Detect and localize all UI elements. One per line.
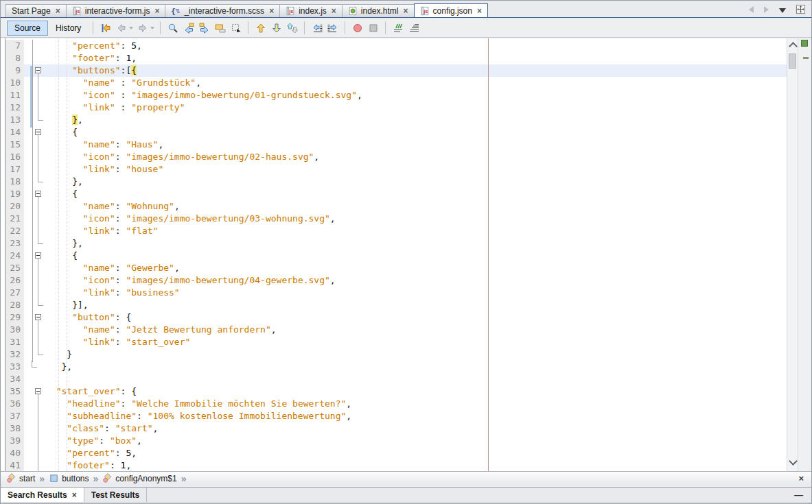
fold-margin[interactable] — [24, 188, 43, 200]
fold-toggle-icon[interactable] — [35, 191, 41, 197]
find-previous-occurrence-icon[interactable] — [181, 21, 196, 35]
toggle-rectangular-selection-icon[interactable] — [228, 21, 244, 35]
back-dropdown-icon[interactable] — [129, 27, 133, 29]
scroll-tabs-right-icon[interactable] — [764, 6, 769, 13]
code-line-34[interactable]: 34 — [5, 373, 787, 385]
fold-toggle-icon[interactable] — [35, 314, 41, 320]
document-tab-start-page[interactable]: Start Page× — [5, 4, 67, 17]
code-line-30[interactable]: 30 "name": "Jetzt Bewertung anfordern", — [5, 324, 787, 336]
code-line-29[interactable]: 29 "button": { — [5, 311, 787, 324]
code-line-38[interactable]: 38 "class": "start", — [5, 422, 787, 435]
code-line-21[interactable]: 21 "icon": "images/immo-bewertung/03-woh… — [5, 213, 787, 225]
shift-line-right-icon[interactable] — [325, 21, 340, 35]
fold-toggle-icon[interactable] — [35, 388, 41, 394]
document-tab--interactive-form-scss[interactable]: {_interactive-form.scss× — [165, 4, 280, 17]
history-view-button[interactable]: History — [48, 21, 89, 36]
code-area[interactable]: 7 "percent": 5,8 "footer": 1,9 "buttons"… — [5, 40, 787, 471]
code-line-32[interactable]: 32 } — [5, 348, 787, 361]
code-line-41[interactable]: 41 "footer": 1, — [5, 459, 787, 471]
fold-toggle-icon[interactable] — [35, 129, 41, 135]
code-line-36[interactable]: 36 "headline": "Welche Immobilie möchten… — [5, 398, 787, 410]
minimize-panel-icon[interactable]: — — [794, 490, 803, 500]
scroll-tabs-left-icon[interactable] — [749, 6, 754, 13]
breadcrumb-item-buttons[interactable]: buttons — [48, 473, 89, 483]
document-tab-config-json[interactable]: jsconfig.json× — [414, 3, 488, 17]
fold-margin[interactable] — [24, 250, 43, 262]
toggle-bookmark-icon[interactable] — [284, 21, 300, 35]
code-line-9[interactable]: 9 "buttons":[{ — [5, 64, 787, 77]
fold-toggle-icon[interactable] — [35, 67, 41, 73]
vertical-scrollbar[interactable] — [787, 38, 798, 471]
code-line-14[interactable]: 14 { — [5, 126, 787, 139]
code-line-11[interactable]: 11 "icon" : "images/immo-bewertung/01-gr… — [5, 89, 787, 101]
last-edit-location-icon[interactable] — [97, 21, 113, 35]
breadcrumb-item-start[interactable]: start — [5, 473, 36, 483]
output-tab-search-results[interactable]: Search Results× — [1, 488, 84, 502]
code-line-16[interactable]: 16 "icon": "images/immo-bewertung/02-hau… — [5, 151, 787, 163]
code-line-39[interactable]: 39 "type": "box", — [5, 435, 787, 447]
code-line-22[interactable]: 22 "link": "flat" — [5, 225, 787, 237]
fold-toggle-icon[interactable] — [35, 252, 41, 259]
code-line-10[interactable]: 10 "name" : "Grundstück", — [5, 77, 787, 89]
toolbar-separator — [248, 21, 248, 34]
toggle-highlight-search-icon[interactable] — [212, 21, 228, 35]
close-tab-icon[interactable]: × — [72, 490, 77, 500]
breadcrumb-item-configanonym-1[interactable]: configAnonym$1 — [102, 473, 177, 483]
fold-margin[interactable] — [24, 311, 43, 324]
document-tab-interactive-form-js[interactable]: jsinteractive-form.js× — [66, 4, 166, 17]
code-line-19[interactable]: 19 { — [5, 188, 787, 200]
fold-margin[interactable] — [24, 385, 43, 398]
forward-icon[interactable] — [135, 21, 150, 35]
uncomment-icon[interactable] — [406, 21, 421, 35]
code-line-31[interactable]: 31 "link": "start_over" — [5, 336, 787, 348]
stop-macro-recording-icon[interactable] — [365, 21, 381, 35]
document-tab-index-js[interactable]: jsindex.js× — [279, 4, 343, 17]
document-tab-index-html[interactable]: index.html× — [342, 4, 415, 17]
scrollbar-up-icon[interactable] — [789, 42, 798, 51]
code-line-40[interactable]: 40 "percent": 5, — [5, 447, 787, 459]
fold-margin[interactable] — [24, 64, 43, 77]
code-line-23[interactable]: 23 }, — [5, 237, 787, 250]
code-line-37[interactable]: 37 "subheadline": "100% kostenlose Immob… — [5, 410, 787, 422]
code-line-26[interactable]: 26 "icon": "images/immo-bewertung/04-gew… — [5, 274, 787, 287]
close-tab-icon[interactable]: × — [154, 7, 159, 15]
breadcrumb-close-icon[interactable]: × — [798, 473, 804, 483]
close-tab-icon[interactable]: × — [269, 7, 274, 15]
scrollbar-thumb[interactable] — [789, 53, 796, 69]
forward-dropdown-icon[interactable] — [150, 27, 154, 29]
code-line-20[interactable]: 20 "name": "Wohnung", — [5, 200, 787, 213]
output-tab-test-results[interactable]: Test Results — [84, 488, 147, 502]
code-line-17[interactable]: 17 "link": "house" — [5, 163, 787, 176]
code-line-15[interactable]: 15 "name": "Haus", — [5, 139, 787, 151]
shift-line-left-icon[interactable] — [309, 21, 325, 35]
code-line-7[interactable]: 7 "percent": 5, — [5, 40, 787, 52]
tab-list-dropdown-icon[interactable] — [779, 8, 786, 13]
find-selection-icon[interactable] — [165, 21, 181, 35]
close-tab-icon[interactable]: × — [332, 7, 336, 15]
source-view-button[interactable]: Source — [7, 21, 48, 36]
find-next-occurrence-icon[interactable] — [196, 21, 212, 35]
code-line-33[interactable]: 33 }, — [5, 361, 787, 373]
code-line-13[interactable]: 13 }, — [5, 114, 787, 126]
code-line-27[interactable]: 27 "link": "business" — [5, 287, 787, 299]
close-tab-icon[interactable]: × — [56, 7, 60, 15]
code-line-8[interactable]: 8 "footer": 1, — [5, 52, 787, 64]
error-stripe[interactable] — [798, 38, 811, 471]
code-line-28[interactable]: 28 }], — [5, 299, 787, 311]
code-line-25[interactable]: 25 "name": "Gewerbe", — [5, 262, 787, 274]
code-line-18[interactable]: 18 }, — [5, 176, 787, 188]
start-macro-recording-icon[interactable] — [349, 21, 365, 35]
code-line-24[interactable]: 24 { — [5, 250, 787, 262]
close-tab-icon[interactable]: × — [477, 7, 482, 15]
scrollbar-down-icon[interactable] — [789, 457, 798, 466]
code-line-35[interactable]: 35 "start_over": { — [5, 385, 787, 398]
comment-icon[interactable] — [390, 21, 406, 35]
back-icon[interactable] — [113, 21, 129, 35]
next-bookmark-icon[interactable] — [268, 21, 284, 35]
previous-bookmark-icon[interactable] — [253, 21, 268, 35]
fold-margin[interactable] — [24, 126, 43, 139]
code-editor[interactable]: 7 "percent": 5,8 "footer": 1,9 "buttons"… — [5, 38, 787, 471]
code-line-12[interactable]: 12 "link" : "property" — [5, 101, 787, 114]
close-tab-icon[interactable]: × — [404, 7, 408, 15]
dock-window-icon[interactable] — [796, 4, 806, 14]
